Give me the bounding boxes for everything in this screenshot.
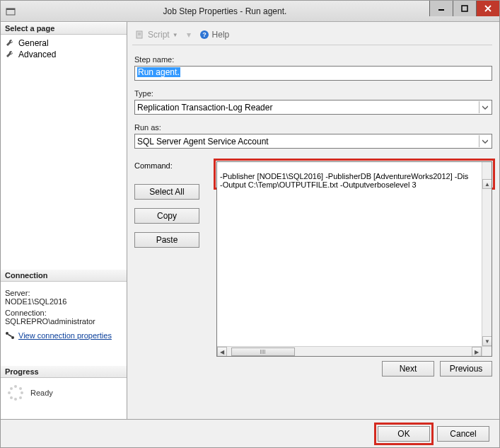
scrollbar-thumb[interactable] bbox=[231, 348, 295, 356]
step-name-label: Step name: bbox=[134, 55, 492, 64]
scroll-right-icon[interactable]: ▶ bbox=[472, 347, 482, 357]
window-sys-icon bbox=[1, 1, 21, 21]
next-button[interactable]: Next bbox=[382, 361, 434, 377]
minimize-button[interactable] bbox=[429, 1, 453, 16]
cancel-button[interactable]: Cancel bbox=[437, 426, 489, 442]
server-value: NODE1\SQL2016 bbox=[5, 297, 122, 306]
type-label: Type: bbox=[134, 89, 492, 98]
command-label: Command: bbox=[134, 161, 209, 170]
paste-button[interactable]: Paste bbox=[134, 232, 199, 248]
dialog-footer: OK Cancel bbox=[1, 419, 499, 447]
progress-header: Progress bbox=[1, 365, 127, 378]
svg-text:?: ? bbox=[202, 31, 207, 38]
help-label: Help bbox=[212, 30, 230, 40]
nav-buttons: Next Previous bbox=[134, 361, 492, 377]
vertical-scrollbar[interactable]: ▲ ▼ bbox=[482, 162, 492, 346]
connection-icon bbox=[5, 331, 15, 340]
nav-item-label: Advanced bbox=[18, 50, 56, 59]
toolbar: Script ▼ ▾ ? Help bbox=[132, 28, 492, 45]
select-page-header: Select a page bbox=[1, 22, 127, 35]
help-button[interactable]: ? Help bbox=[197, 29, 233, 40]
command-textarea[interactable]: -Publisher [NODE1\SQL2016] -PublisherDB … bbox=[216, 161, 492, 357]
connection-label: Connection: bbox=[5, 309, 122, 317]
command-line: -Publisher [NODE1\SQL2016] -PublisherDB … bbox=[220, 172, 468, 180]
svg-rect-3 bbox=[462, 6, 467, 11]
step-name-value: Run agent. bbox=[137, 67, 180, 77]
chevron-down-icon: ▼ bbox=[173, 32, 178, 38]
nav-item-label: General bbox=[18, 38, 49, 48]
chevron-down-icon bbox=[479, 135, 490, 147]
window-title: Job Step Properties - Run agent. bbox=[21, 1, 429, 21]
right-pane: Script ▼ ▾ ? Help Step name: Run agent. … bbox=[127, 22, 499, 419]
titlebar: Job Step Properties - Run agent. bbox=[1, 1, 499, 22]
wrench-icon bbox=[5, 38, 15, 48]
scroll-left-icon[interactable]: ◀ bbox=[217, 347, 227, 357]
command-block: Command: Select All Copy Paste -Publishe… bbox=[134, 161, 492, 357]
chevron-down-icon bbox=[479, 101, 490, 113]
connection-info: Server: NODE1\SQL2016 Connection: SQLREP… bbox=[1, 282, 127, 345]
view-connection-label: View connection properties bbox=[18, 331, 112, 340]
page-nav: General Advanced bbox=[1, 35, 127, 66]
run-as-select[interactable]: SQL Server Agent Service Account bbox=[134, 134, 492, 149]
type-value: Replication Transaction-Log Reader bbox=[137, 103, 272, 113]
previous-button[interactable]: Previous bbox=[440, 361, 492, 377]
copy-button[interactable]: Copy bbox=[134, 208, 199, 224]
script-icon bbox=[135, 30, 145, 40]
scroll-down-icon[interactable]: ▼ bbox=[482, 336, 492, 346]
command-line: -Output C:\Temp\OUTPUTFILE.txt -Outputve… bbox=[220, 180, 417, 189]
script-button[interactable]: Script ▼ bbox=[132, 29, 181, 40]
type-block: Type: Replication Transaction-Log Reader bbox=[134, 89, 492, 115]
help-icon: ? bbox=[199, 30, 209, 40]
progress-section: Ready bbox=[1, 378, 127, 405]
run-as-label: Run as: bbox=[134, 123, 492, 132]
select-all-button[interactable]: Select All bbox=[134, 184, 199, 200]
wrench-icon bbox=[5, 50, 15, 59]
svg-point-4 bbox=[6, 332, 8, 335]
step-name-input[interactable]: Run agent. bbox=[134, 66, 492, 81]
progress-spinner-icon bbox=[8, 385, 23, 401]
horizontal-scrollbar[interactable]: ◀ ▶ bbox=[217, 346, 482, 356]
content-area: Select a page General Advanced Connectio… bbox=[1, 22, 499, 419]
run-as-value: SQL Server Agent Service Account bbox=[137, 137, 269, 147]
svg-line-6 bbox=[8, 335, 12, 337]
script-label: Script bbox=[148, 30, 170, 40]
close-button[interactable] bbox=[476, 1, 499, 16]
scroll-up-icon[interactable]: ▲ bbox=[482, 179, 492, 189]
left-pane: Select a page General Advanced Connectio… bbox=[1, 22, 127, 419]
nav-item-advanced[interactable]: Advanced bbox=[4, 49, 124, 60]
connection-value: SQLREPRO\administrator bbox=[5, 317, 122, 326]
nav-item-general[interactable]: General bbox=[4, 38, 124, 49]
toolbar-separator: ▾ bbox=[185, 30, 192, 40]
svg-rect-1 bbox=[6, 8, 15, 10]
type-select[interactable]: Replication Transaction-Log Reader bbox=[134, 100, 492, 115]
view-connection-link[interactable]: View connection properties bbox=[5, 331, 122, 340]
maximize-button[interactable] bbox=[453, 1, 476, 16]
server-label: Server: bbox=[5, 289, 122, 297]
window-controls bbox=[429, 1, 499, 21]
scrollbar-corner bbox=[482, 346, 492, 356]
connection-header: Connection bbox=[1, 269, 127, 282]
svg-point-5 bbox=[11, 336, 14, 339]
progress-status: Ready bbox=[30, 389, 53, 397]
step-name-block: Step name: Run agent. bbox=[134, 55, 492, 81]
run-as-block: Run as: SQL Server Agent Service Account bbox=[134, 123, 492, 149]
ok-button[interactable]: OK bbox=[378, 426, 430, 442]
